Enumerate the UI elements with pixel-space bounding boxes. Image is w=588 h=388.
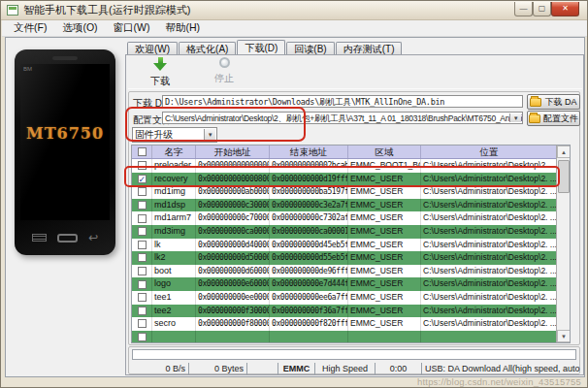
partition-checkbox[interactable]: [138, 280, 147, 289]
partition-checkbox[interactable]: [138, 241, 147, 249]
phone-home-icon: [57, 234, 78, 242]
partition-start-address: 0x000000000e600000: [196, 277, 270, 291]
partition-location: C:\Users\Administrator\Desktop\2. ...: [421, 199, 557, 212]
partition-row[interactable]: logo 0x000000000e600000 0x000000000e7d44…: [132, 277, 570, 291]
partition-row[interactable]: md3img 0x000000000ca00000 0x000000000ca0…: [132, 225, 570, 239]
partition-end-address: 0x000000000002bcab: [270, 159, 348, 173]
partition-row[interactable]: md1dsp 0x000000000c300000 0x000000000c3e…: [132, 199, 570, 212]
partition-start-address: [196, 331, 270, 343]
column-start-address[interactable]: 开始地址: [196, 146, 270, 158]
download-mode-select[interactable]: 固件升级 ▼: [132, 127, 217, 143]
menu-window[interactable]: 窗口(W): [106, 20, 158, 36]
maximize-icon[interactable]: ▢: [533, 2, 551, 16]
partition-checkbox[interactable]: [138, 227, 147, 236]
partition-row[interactable]: lk 0x000000000d400000 0x000000000d45eb5f…: [132, 239, 570, 252]
status-link-speed: High Speed: [314, 363, 375, 374]
partition-region: EMMC_USER: [348, 305, 421, 318]
partition-checkbox[interactable]: [138, 293, 147, 302]
partition-location: [421, 331, 557, 343]
window-title: 智能手机下载工具(运行时跟踪模式): [23, 3, 190, 17]
partition-region: EMMC_USER: [348, 291, 421, 305]
download-button[interactable]: 下载: [139, 57, 181, 86]
stop-icon: [219, 57, 230, 68]
partition-row[interactable]: [132, 331, 570, 343]
phone-corner-label: BM: [23, 66, 32, 72]
partition-start-address: 0x000000000f800000: [196, 317, 270, 331]
stop-button[interactable]: 停止: [203, 57, 245, 86]
da-path-input[interactable]: D:\Users\Administrator\Downloads\刷机工具\MT…: [162, 95, 523, 108]
scatter-path-combobox[interactable]: C:\Users\Administrator\Desktop\2、刷机包+刷机工…: [162, 112, 523, 124]
partition-row[interactable]: lk2 0x000000000d500000 0x000000000d55eb5…: [132, 251, 570, 265]
scatter-browse-button[interactable]: 配置文件: [527, 111, 580, 126]
scroll-up-icon[interactable]: ▲: [557, 146, 571, 158]
partition-region: EMMC_USER: [348, 185, 421, 199]
window-controls: — ▢ ✕: [514, 2, 579, 16]
tab-memory-test[interactable]: 内存测试(T): [336, 42, 403, 54]
menu-bar: 文件(F) 选项(O) 窗口(W) 帮助(H): [2, 20, 588, 37]
partition-checkbox[interactable]: [138, 319, 147, 328]
partition-start-address: 0x000000000f300000: [196, 305, 270, 318]
scrollbar-thumb[interactable]: [558, 160, 570, 193]
status-storage: EMMC: [278, 363, 314, 374]
phone-image: BM MT6750 ↩: [15, 49, 115, 255]
status-blank: [246, 363, 278, 374]
menu-options[interactable]: 选项(O): [54, 20, 105, 36]
column-location[interactable]: 位置: [421, 146, 557, 158]
partition-end-address: 0x000000000ba5197f: [270, 185, 348, 199]
table-scrollbar[interactable]: ▲ ▼: [556, 146, 570, 342]
partition-row[interactable]: tee2 0x000000000f300000 0x000000000f36a7…: [132, 305, 570, 318]
partition-start-address: 0x000000000d600000: [196, 265, 270, 278]
tab-readback[interactable]: 回读(B): [286, 42, 334, 54]
tab-download[interactable]: 下载(D): [237, 40, 285, 54]
partition-region: EMMC_USER: [348, 225, 421, 239]
tab-welcome[interactable]: 欢迎(W): [127, 42, 178, 54]
tab-format[interactable]: 格式化(A): [179, 42, 236, 54]
partition-name: tee1: [152, 291, 196, 305]
column-name[interactable]: 名字: [152, 146, 196, 158]
da-browse-button[interactable]: 下载 DA: [527, 94, 580, 110]
chevron-down-icon[interactable]: ▼: [509, 113, 521, 122]
select-all-checkbox[interactable]: [132, 146, 152, 158]
stop-button-label: 停止: [203, 72, 245, 85]
partition-end-address: 0x000000000de96fff: [270, 265, 348, 278]
partition-row[interactable]: secro 0x000000000f800000 0x000000000f820…: [132, 317, 570, 331]
folder-icon: [530, 98, 541, 107]
status-usb-mode: USB: DA Download All(high speed, auto de…: [421, 363, 580, 374]
scroll-down-icon[interactable]: ▼: [557, 330, 571, 342]
partition-start-address: 0x000000000ca00000: [196, 225, 270, 239]
partition-checkbox[interactable]: [138, 201, 147, 210]
partition-row[interactable]: boot 0x000000000d600000 0x000000000de96f…: [132, 265, 570, 278]
partition-row[interactable]: recovery 0x0000000000008000 0x0000000000…: [132, 173, 570, 186]
menu-file[interactable]: 文件(F): [6, 20, 54, 36]
chevron-down-icon[interactable]: ▼: [204, 129, 215, 141]
partition-row[interactable]: md1arm7 0x000000000c700000 0x000000000c7…: [132, 211, 570, 225]
minimize-icon[interactable]: —: [514, 2, 533, 16]
partition-region: [348, 331, 421, 343]
partition-row[interactable]: preloader 0x0000000000000000 0x000000000…: [132, 159, 570, 173]
phone-nav-buttons: ↩: [15, 230, 115, 245]
partition-checkbox[interactable]: [138, 175, 147, 183]
partition-location: C:\Users\Administrator\Desktop\2. ...: [421, 185, 557, 199]
partition-checkbox[interactable]: [138, 333, 147, 341]
column-region[interactable]: 区域: [348, 146, 421, 158]
partition-checkbox[interactable]: [138, 161, 147, 170]
phone-earpiece: [52, 56, 78, 60]
status-bytes: 0 Bytes: [188, 363, 246, 374]
partition-start-address: 0x0000000000008000: [196, 173, 270, 186]
partition-end-address: 0x000000000d45eb5f: [270, 239, 348, 252]
progress-bar: [132, 349, 576, 360]
partition-checkbox[interactable]: [138, 253, 147, 262]
partition-name: md3img: [152, 225, 196, 239]
partition-end-address: 0x000000000c3e2a7f: [270, 199, 348, 212]
partition-checkbox[interactable]: [138, 267, 147, 275]
close-icon[interactable]: ✕: [551, 2, 579, 16]
menu-help[interactable]: 帮助(H): [158, 20, 209, 36]
partition-checkbox[interactable]: [138, 187, 147, 196]
partition-checkbox[interactable]: [138, 307, 147, 315]
partition-region: EMMC_USER: [348, 265, 421, 278]
partition-row[interactable]: tee1 0x000000000ee00000 0x000000000ee6a7…: [132, 291, 570, 305]
column-end-address[interactable]: 结束地址: [270, 146, 348, 158]
status-speed: 0 B/s: [128, 363, 188, 374]
partition-checkbox[interactable]: [138, 214, 147, 223]
partition-row[interactable]: md1img 0x000000000ab00000 0x000000000ba5…: [132, 185, 570, 199]
